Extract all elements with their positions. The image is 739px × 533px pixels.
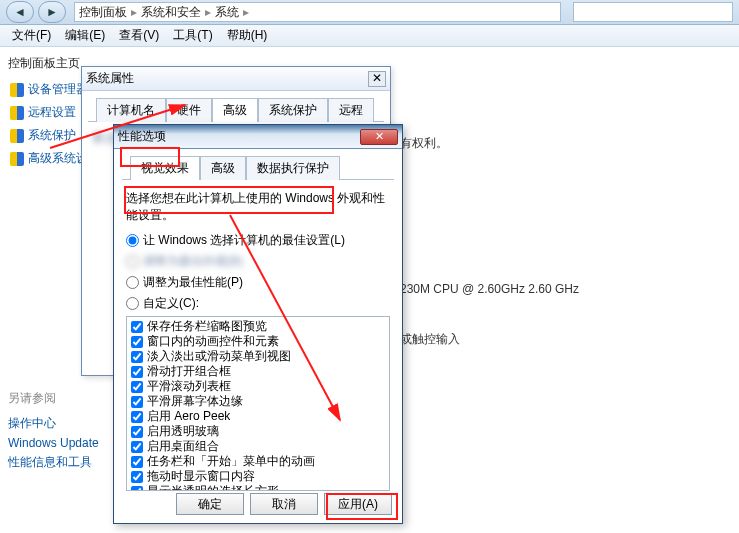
- radio-best-performance[interactable]: 调整为最佳性能(P): [126, 272, 390, 293]
- check-row[interactable]: 启用 Aero Peek: [131, 409, 385, 424]
- checkbox-input[interactable]: [131, 351, 143, 363]
- check-row[interactable]: 窗口内的动画控件和元素: [131, 334, 385, 349]
- radio-input[interactable]: [126, 234, 139, 247]
- chevron-right-icon: ▸: [127, 5, 141, 19]
- check-label: 任务栏和「开始」菜单中的动画: [147, 454, 315, 469]
- check-row[interactable]: 任务栏和「开始」菜单中的动画: [131, 454, 385, 469]
- tab-system-protection[interactable]: 系统保护: [258, 98, 328, 122]
- shield-icon: [10, 83, 24, 97]
- tab-remote[interactable]: 远程: [328, 98, 374, 122]
- perf-tabs: 视觉效果 高级 数据执行保护: [122, 149, 394, 180]
- dialog-title: 性能选项: [118, 128, 166, 145]
- radio-input[interactable]: [126, 297, 139, 310]
- checkbox-input[interactable]: [131, 411, 143, 423]
- check-row[interactable]: 平滑滚动列表框: [131, 379, 385, 394]
- radio-best-appearance[interactable]: 调整为最佳外观(B): [126, 251, 390, 272]
- close-button[interactable]: ✕: [368, 71, 386, 87]
- checkbox-input[interactable]: [131, 321, 143, 333]
- breadcrumb-item[interactable]: 控制面板: [79, 4, 127, 21]
- chevron-right-icon: ▸: [239, 5, 253, 19]
- close-button[interactable]: ✕: [360, 129, 398, 145]
- check-label: 滑动打开组合框: [147, 364, 231, 379]
- see-also-link[interactable]: 性能信息和工具: [8, 452, 99, 473]
- menu-bar: 文件(F) 编辑(E) 查看(V) 工具(T) 帮助(H): [0, 25, 739, 47]
- dialog-button-row: 确定 取消 应用(A): [176, 493, 392, 515]
- tab-advanced[interactable]: 高级: [212, 98, 258, 122]
- check-label: 启用 Aero Peek: [147, 409, 230, 424]
- performance-options-dialog: 性能选项 ✕ 视觉效果 高级 数据执行保护 选择您想在此计算机上使用的 Wind…: [113, 124, 403, 524]
- check-label: 拖动时显示窗口内容: [147, 469, 255, 484]
- checkbox-input[interactable]: [131, 396, 143, 408]
- address-toolbar: ◄ ► 控制面板 ▸ 系统和安全 ▸ 系统 ▸: [0, 0, 739, 25]
- check-label: 保存任务栏缩略图预览: [147, 319, 267, 334]
- see-also-link[interactable]: Windows Update: [8, 434, 99, 452]
- search-input[interactable]: [573, 2, 733, 22]
- radio-input[interactable]: [126, 276, 139, 289]
- chevron-right-icon: ▸: [201, 5, 215, 19]
- checkbox-input[interactable]: [131, 456, 143, 468]
- radio-custom[interactable]: 自定义(C):: [126, 293, 390, 314]
- see-also-header: 另请参阅: [8, 388, 99, 409]
- sysprops-tabs: 计算机名 硬件 高级 系统保护 远程: [88, 91, 384, 122]
- tab-hardware[interactable]: 硬件: [166, 98, 212, 122]
- check-label: 平滑屏幕字体边缘: [147, 394, 243, 409]
- shield-icon: [10, 106, 24, 120]
- check-row[interactable]: 淡入淡出或滑动菜单到视图: [131, 349, 385, 364]
- see-also-link[interactable]: 操作中心: [8, 413, 99, 434]
- system-info-text: 有权利。 230M CPU @ 2.60GHz 2.60 GHz 或触控输入: [400, 90, 579, 356]
- breadcrumb[interactable]: 控制面板 ▸ 系统和安全 ▸ 系统 ▸: [74, 2, 561, 22]
- ok-button[interactable]: 确定: [176, 493, 244, 515]
- menu-tools[interactable]: 工具(T): [169, 25, 216, 46]
- menu-view[interactable]: 查看(V): [115, 25, 163, 46]
- check-row[interactable]: 平滑屏幕字体边缘: [131, 394, 385, 409]
- checkbox-input[interactable]: [131, 486, 143, 492]
- check-label: 启用透明玻璃: [147, 424, 219, 439]
- breadcrumb-item[interactable]: 系统和安全: [141, 4, 201, 21]
- sidebar-see-also: 另请参阅 操作中心 Windows Update 性能信息和工具: [8, 388, 99, 473]
- check-row[interactable]: 拖动时显示窗口内容: [131, 469, 385, 484]
- checkbox-input[interactable]: [131, 336, 143, 348]
- shield-icon: [10, 129, 24, 143]
- check-row[interactable]: 滑动打开组合框: [131, 364, 385, 379]
- check-label: 启用桌面组合: [147, 439, 219, 454]
- tab-dep[interactable]: 数据执行保护: [246, 156, 340, 180]
- tab-visual-effects[interactable]: 视觉效果: [130, 156, 200, 180]
- checkbox-input[interactable]: [131, 381, 143, 393]
- shield-icon: [10, 152, 24, 166]
- cancel-button[interactable]: 取消: [250, 493, 318, 515]
- breadcrumb-item[interactable]: 系统: [215, 4, 239, 21]
- checkbox-input[interactable]: [131, 471, 143, 483]
- check-label: 显示半透明的选择长方形: [147, 484, 279, 491]
- dialog-titlebar[interactable]: 系统属性 ✕: [82, 67, 390, 91]
- menu-file[interactable]: 文件(F): [8, 25, 55, 46]
- apply-button[interactable]: 应用(A): [324, 493, 392, 515]
- menu-help[interactable]: 帮助(H): [223, 25, 272, 46]
- nav-back-button[interactable]: ◄: [6, 1, 34, 23]
- perf-description: 选择您想在此计算机上使用的 Windows 外观和性能设置。: [126, 190, 390, 224]
- radio-input[interactable]: [126, 255, 139, 268]
- dialog-titlebar[interactable]: 性能选项 ✕: [114, 125, 402, 149]
- tab-computer-name[interactable]: 计算机名: [96, 98, 166, 122]
- checkbox-input[interactable]: [131, 366, 143, 378]
- radio-let-windows-choose[interactable]: 让 Windows 选择计算机的最佳设置(L): [126, 230, 390, 251]
- nav-forward-button[interactable]: ►: [38, 1, 66, 23]
- check-row[interactable]: 保存任务栏缩略图预览: [131, 319, 385, 334]
- check-label: 淡入淡出或滑动菜单到视图: [147, 349, 291, 364]
- menu-edit[interactable]: 编辑(E): [61, 25, 109, 46]
- checkbox-input[interactable]: [131, 426, 143, 438]
- check-label: 窗口内的动画控件和元素: [147, 334, 279, 349]
- tab-advanced[interactable]: 高级: [200, 156, 246, 180]
- visual-effects-checklist[interactable]: 保存任务栏缩略图预览窗口内的动画控件和元素淡入淡出或滑动菜单到视图滑动打开组合框…: [126, 316, 390, 491]
- check-label: 平滑滚动列表框: [147, 379, 231, 394]
- checkbox-input[interactable]: [131, 441, 143, 453]
- dialog-title: 系统属性: [86, 70, 134, 87]
- check-row[interactable]: 显示半透明的选择长方形: [131, 484, 385, 491]
- check-row[interactable]: 启用透明玻璃: [131, 424, 385, 439]
- check-row[interactable]: 启用桌面组合: [131, 439, 385, 454]
